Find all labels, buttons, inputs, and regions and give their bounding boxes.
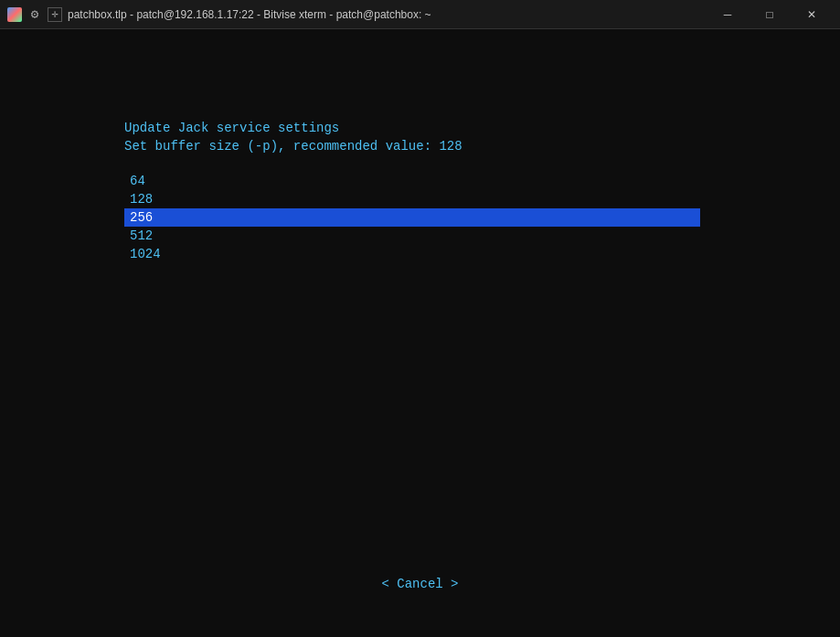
window-controls: ─ □ ✕ [707, 0, 833, 29]
cancel-button[interactable]: < Cancel > [381, 577, 458, 591]
list-item[interactable]: 64 [124, 172, 700, 190]
minimize-button[interactable]: ─ [707, 0, 749, 29]
list-item[interactable]: 1024 [124, 245, 700, 263]
list-item[interactable]: 512 [124, 227, 700, 245]
titlebar: ⚙ ✛ patchbox.tlp - patch@192.168.1.17:22… [0, 0, 840, 29]
crosshair-icon: ✛ [48, 7, 62, 22]
close-button[interactable]: ✕ [791, 0, 833, 29]
cancel-bar: < Cancel > [0, 577, 840, 591]
list-item[interactable]: 256 [124, 208, 700, 227]
app-icon [7, 7, 22, 22]
titlebar-left: ⚙ ✛ patchbox.tlp - patch@192.168.1.17:22… [7, 7, 431, 22]
maximize-button[interactable]: □ [749, 0, 791, 29]
heading-line2: Set buffer size (-p), recommended value:… [124, 139, 840, 154]
buffer-size-menu: 641282565121024 [124, 172, 840, 263]
list-item[interactable]: 128 [124, 190, 700, 208]
terminal-content: Update Jack service settings Set buffer … [0, 48, 840, 263]
window-title: patchbox.tlp - patch@192.168.1.17:22 - B… [68, 8, 431, 21]
heading-line1: Update Jack service settings [124, 121, 840, 135]
gear-icon: ⚙ [27, 7, 42, 22]
terminal-area: Update Jack service settings Set buffer … [0, 29, 840, 637]
